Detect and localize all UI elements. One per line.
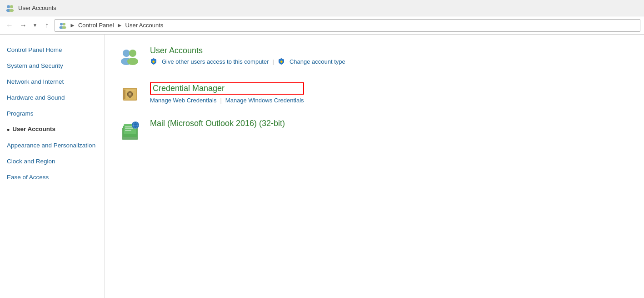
- panel-divider-2: |: [220, 97, 221, 104]
- svg-rect-25: [125, 128, 133, 129]
- address-users-icon: [59, 21, 67, 30]
- mail-panel-info: Mail (Microsoft Outlook 2016) (32-bit): [150, 119, 285, 128]
- svg-point-18: [129, 93, 131, 96]
- svg-rect-26: [125, 130, 131, 131]
- mail-icon-wrap: [118, 119, 142, 142]
- give-access-link[interactable]: Give other users access to this computer: [162, 58, 269, 65]
- sidebar-item-appearance-personalization[interactable]: Appearance and Personalization: [7, 139, 97, 152]
- shield-icon-2: [278, 58, 285, 65]
- sidebar-item-system-security[interactable]: System and Security: [7, 60, 97, 73]
- svg-rect-19: [129, 96, 131, 98]
- main-container: Control Panel Home System and Security N…: [0, 35, 644, 298]
- svg-point-4: [60, 23, 63, 25]
- address-user-accounts: User Accounts: [125, 22, 164, 29]
- user-accounts-panel: User Accounts Give other users access to…: [118, 46, 630, 70]
- address-bar: ← → ▼ ↑ ► Control Panel ► User Accounts: [0, 16, 644, 35]
- title-bar-icon: [5, 4, 15, 13]
- title-bar: User Accounts: [0, 0, 644, 16]
- history-dropdown-button[interactable]: ▼: [31, 20, 39, 31]
- manage-windows-credentials-link[interactable]: Manage Windows Credentials: [225, 97, 304, 104]
- svg-point-7: [62, 26, 66, 29]
- active-bullet: •: [7, 126, 10, 134]
- back-button[interactable]: ←: [4, 20, 15, 31]
- content-area: User Accounts Give other users access to…: [105, 35, 644, 298]
- credential-manager-panel-icon: [119, 83, 141, 105]
- mail-panel-title[interactable]: Mail (Microsoft Outlook 2016) (32-bit): [150, 119, 285, 128]
- svg-point-1: [10, 5, 13, 8]
- title-bar-text: User Accounts: [18, 5, 56, 11]
- sidebar: Control Panel Home System and Security N…: [0, 35, 105, 298]
- user-accounts-panel-title[interactable]: User Accounts: [150, 46, 345, 56]
- user-accounts-panel-icon: [119, 47, 141, 69]
- manage-web-credentials-link[interactable]: Manage Web Credentials: [150, 97, 216, 104]
- user-accounts-icon-wrap: [118, 46, 142, 70]
- address-separator-2: ►: [117, 22, 123, 29]
- mail-panel-icon: [119, 120, 141, 141]
- svg-point-8: [123, 50, 130, 57]
- address-separator-1: ►: [70, 22, 75, 29]
- sidebar-item-clock-region[interactable]: Clock and Region: [7, 155, 97, 168]
- svg-point-0: [7, 5, 10, 8]
- credential-manager-panel: Credential Manager Manage Web Credential…: [118, 82, 630, 106]
- svg-point-10: [129, 50, 136, 57]
- sidebar-item-network-internet[interactable]: Network and Internet: [7, 76, 97, 89]
- svg-rect-20: [126, 90, 135, 91]
- svg-rect-16: [123, 90, 125, 99]
- up-button[interactable]: ↑: [41, 20, 53, 31]
- sidebar-item-user-accounts[interactable]: • User Accounts: [7, 123, 97, 136]
- mail-panel: Mail (Microsoft Outlook 2016) (32-bit): [118, 119, 630, 142]
- credential-manager-panel-info: Credential Manager Manage Web Credential…: [150, 82, 304, 104]
- user-accounts-panel-info: User Accounts Give other users access to…: [150, 46, 345, 65]
- forward-button[interactable]: →: [17, 20, 29, 31]
- panel-divider-1: |: [273, 58, 274, 65]
- credential-manager-panel-title[interactable]: Credential Manager: [150, 82, 304, 95]
- user-accounts-panel-links: Give other users access to this computer…: [150, 58, 345, 65]
- svg-point-3: [9, 9, 14, 12]
- address-control-panel: Control Panel: [78, 22, 114, 29]
- address-path: ► Control Panel ► User Accounts: [55, 19, 640, 32]
- svg-point-5: [63, 23, 65, 25]
- shield-icon-1: [150, 58, 157, 65]
- credential-manager-icon-wrap: [118, 82, 142, 106]
- svg-point-11: [127, 58, 138, 65]
- credential-manager-panel-links: Manage Web Credentials | Manage Windows …: [150, 97, 304, 104]
- sidebar-item-hardware-sound[interactable]: Hardware and Sound: [7, 91, 97, 105]
- sidebar-item-programs[interactable]: Programs: [7, 107, 97, 121]
- change-account-type-link[interactable]: Change account type: [290, 58, 345, 65]
- sidebar-item-control-panel-home[interactable]: Control Panel Home: [7, 44, 97, 57]
- sidebar-item-ease-access[interactable]: Ease of Access: [7, 171, 97, 184]
